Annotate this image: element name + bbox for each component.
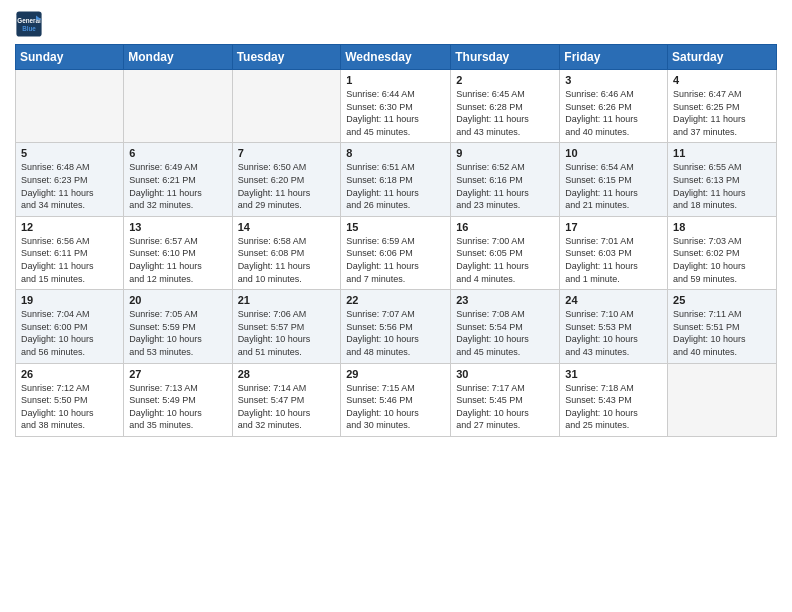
- day-number: 4: [673, 74, 771, 86]
- day-info: Sunrise: 6:59 AM Sunset: 6:06 PM Dayligh…: [346, 235, 445, 285]
- day-cell: 12Sunrise: 6:56 AM Sunset: 6:11 PM Dayli…: [16, 216, 124, 289]
- day-number: 7: [238, 147, 336, 159]
- day-info: Sunrise: 6:44 AM Sunset: 6:30 PM Dayligh…: [346, 88, 445, 138]
- weekday-wednesday: Wednesday: [341, 45, 451, 70]
- week-row-2: 5Sunrise: 6:48 AM Sunset: 6:23 PM Daylig…: [16, 143, 777, 216]
- day-cell: [124, 70, 232, 143]
- day-number: 29: [346, 368, 445, 380]
- day-number: 2: [456, 74, 554, 86]
- day-cell: 28Sunrise: 7:14 AM Sunset: 5:47 PM Dayli…: [232, 363, 341, 436]
- day-number: 6: [129, 147, 226, 159]
- day-cell: 4Sunrise: 6:47 AM Sunset: 6:25 PM Daylig…: [668, 70, 777, 143]
- weekday-monday: Monday: [124, 45, 232, 70]
- day-info: Sunrise: 7:08 AM Sunset: 5:54 PM Dayligh…: [456, 308, 554, 358]
- day-cell: 5Sunrise: 6:48 AM Sunset: 6:23 PM Daylig…: [16, 143, 124, 216]
- day-number: 5: [21, 147, 118, 159]
- day-cell: 24Sunrise: 7:10 AM Sunset: 5:53 PM Dayli…: [560, 290, 668, 363]
- day-info: Sunrise: 6:55 AM Sunset: 6:13 PM Dayligh…: [673, 161, 771, 211]
- day-cell: 31Sunrise: 7:18 AM Sunset: 5:43 PM Dayli…: [560, 363, 668, 436]
- day-info: Sunrise: 6:54 AM Sunset: 6:15 PM Dayligh…: [565, 161, 662, 211]
- day-cell: [232, 70, 341, 143]
- day-info: Sunrise: 6:50 AM Sunset: 6:20 PM Dayligh…: [238, 161, 336, 211]
- weekday-sunday: Sunday: [16, 45, 124, 70]
- day-number: 25: [673, 294, 771, 306]
- day-number: 22: [346, 294, 445, 306]
- day-info: Sunrise: 6:49 AM Sunset: 6:21 PM Dayligh…: [129, 161, 226, 211]
- svg-rect-0: [16, 11, 41, 36]
- logo-icon: General Blue: [15, 10, 43, 38]
- week-row-3: 12Sunrise: 6:56 AM Sunset: 6:11 PM Dayli…: [16, 216, 777, 289]
- day-info: Sunrise: 7:05 AM Sunset: 5:59 PM Dayligh…: [129, 308, 226, 358]
- day-number: 18: [673, 221, 771, 233]
- day-info: Sunrise: 6:47 AM Sunset: 6:25 PM Dayligh…: [673, 88, 771, 138]
- day-info: Sunrise: 7:12 AM Sunset: 5:50 PM Dayligh…: [21, 382, 118, 432]
- day-info: Sunrise: 7:18 AM Sunset: 5:43 PM Dayligh…: [565, 382, 662, 432]
- day-cell: 9Sunrise: 6:52 AM Sunset: 6:16 PM Daylig…: [451, 143, 560, 216]
- day-number: 10: [565, 147, 662, 159]
- day-cell: 20Sunrise: 7:05 AM Sunset: 5:59 PM Dayli…: [124, 290, 232, 363]
- week-row-4: 19Sunrise: 7:04 AM Sunset: 6:00 PM Dayli…: [16, 290, 777, 363]
- day-cell: 25Sunrise: 7:11 AM Sunset: 5:51 PM Dayli…: [668, 290, 777, 363]
- day-number: 27: [129, 368, 226, 380]
- day-info: Sunrise: 7:10 AM Sunset: 5:53 PM Dayligh…: [565, 308, 662, 358]
- day-info: Sunrise: 7:14 AM Sunset: 5:47 PM Dayligh…: [238, 382, 336, 432]
- day-info: Sunrise: 6:45 AM Sunset: 6:28 PM Dayligh…: [456, 88, 554, 138]
- day-cell: 2Sunrise: 6:45 AM Sunset: 6:28 PM Daylig…: [451, 70, 560, 143]
- day-number: 30: [456, 368, 554, 380]
- day-cell: 14Sunrise: 6:58 AM Sunset: 6:08 PM Dayli…: [232, 216, 341, 289]
- day-number: 31: [565, 368, 662, 380]
- day-cell: 21Sunrise: 7:06 AM Sunset: 5:57 PM Dayli…: [232, 290, 341, 363]
- day-cell: [668, 363, 777, 436]
- day-info: Sunrise: 6:56 AM Sunset: 6:11 PM Dayligh…: [21, 235, 118, 285]
- day-cell: 7Sunrise: 6:50 AM Sunset: 6:20 PM Daylig…: [232, 143, 341, 216]
- day-number: 8: [346, 147, 445, 159]
- day-number: 1: [346, 74, 445, 86]
- day-cell: 17Sunrise: 7:01 AM Sunset: 6:03 PM Dayli…: [560, 216, 668, 289]
- day-info: Sunrise: 7:17 AM Sunset: 5:45 PM Dayligh…: [456, 382, 554, 432]
- day-number: 17: [565, 221, 662, 233]
- day-info: Sunrise: 6:51 AM Sunset: 6:18 PM Dayligh…: [346, 161, 445, 211]
- day-cell: 26Sunrise: 7:12 AM Sunset: 5:50 PM Dayli…: [16, 363, 124, 436]
- weekday-thursday: Thursday: [451, 45, 560, 70]
- day-info: Sunrise: 7:11 AM Sunset: 5:51 PM Dayligh…: [673, 308, 771, 358]
- day-info: Sunrise: 7:00 AM Sunset: 6:05 PM Dayligh…: [456, 235, 554, 285]
- day-number: 23: [456, 294, 554, 306]
- svg-text:Blue: Blue: [22, 25, 36, 32]
- day-cell: 22Sunrise: 7:07 AM Sunset: 5:56 PM Dayli…: [341, 290, 451, 363]
- day-info: Sunrise: 7:04 AM Sunset: 6:00 PM Dayligh…: [21, 308, 118, 358]
- day-info: Sunrise: 6:46 AM Sunset: 6:26 PM Dayligh…: [565, 88, 662, 138]
- day-info: Sunrise: 6:52 AM Sunset: 6:16 PM Dayligh…: [456, 161, 554, 211]
- day-cell: 19Sunrise: 7:04 AM Sunset: 6:00 PM Dayli…: [16, 290, 124, 363]
- day-number: 11: [673, 147, 771, 159]
- page: General Blue SundayMondayTuesdayWednesda…: [0, 0, 792, 447]
- day-number: 26: [21, 368, 118, 380]
- weekday-saturday: Saturday: [668, 45, 777, 70]
- week-row-1: 1Sunrise: 6:44 AM Sunset: 6:30 PM Daylig…: [16, 70, 777, 143]
- day-cell: 15Sunrise: 6:59 AM Sunset: 6:06 PM Dayli…: [341, 216, 451, 289]
- day-info: Sunrise: 6:57 AM Sunset: 6:10 PM Dayligh…: [129, 235, 226, 285]
- day-cell: 18Sunrise: 7:03 AM Sunset: 6:02 PM Dayli…: [668, 216, 777, 289]
- day-info: Sunrise: 7:03 AM Sunset: 6:02 PM Dayligh…: [673, 235, 771, 285]
- day-cell: 27Sunrise: 7:13 AM Sunset: 5:49 PM Dayli…: [124, 363, 232, 436]
- day-number: 20: [129, 294, 226, 306]
- day-cell: 1Sunrise: 6:44 AM Sunset: 6:30 PM Daylig…: [341, 70, 451, 143]
- day-cell: 13Sunrise: 6:57 AM Sunset: 6:10 PM Dayli…: [124, 216, 232, 289]
- day-info: Sunrise: 6:58 AM Sunset: 6:08 PM Dayligh…: [238, 235, 336, 285]
- day-info: Sunrise: 7:07 AM Sunset: 5:56 PM Dayligh…: [346, 308, 445, 358]
- day-cell: 29Sunrise: 7:15 AM Sunset: 5:46 PM Dayli…: [341, 363, 451, 436]
- day-number: 14: [238, 221, 336, 233]
- day-number: 15: [346, 221, 445, 233]
- day-cell: 30Sunrise: 7:17 AM Sunset: 5:45 PM Dayli…: [451, 363, 560, 436]
- day-number: 13: [129, 221, 226, 233]
- day-cell: 6Sunrise: 6:49 AM Sunset: 6:21 PM Daylig…: [124, 143, 232, 216]
- day-cell: 3Sunrise: 6:46 AM Sunset: 6:26 PM Daylig…: [560, 70, 668, 143]
- day-number: 21: [238, 294, 336, 306]
- day-info: Sunrise: 7:15 AM Sunset: 5:46 PM Dayligh…: [346, 382, 445, 432]
- day-cell: 10Sunrise: 6:54 AM Sunset: 6:15 PM Dayli…: [560, 143, 668, 216]
- day-cell: 11Sunrise: 6:55 AM Sunset: 6:13 PM Dayli…: [668, 143, 777, 216]
- day-cell: 16Sunrise: 7:00 AM Sunset: 6:05 PM Dayli…: [451, 216, 560, 289]
- logo: General Blue: [15, 10, 47, 38]
- weekday-tuesday: Tuesday: [232, 45, 341, 70]
- day-info: Sunrise: 7:06 AM Sunset: 5:57 PM Dayligh…: [238, 308, 336, 358]
- day-number: 9: [456, 147, 554, 159]
